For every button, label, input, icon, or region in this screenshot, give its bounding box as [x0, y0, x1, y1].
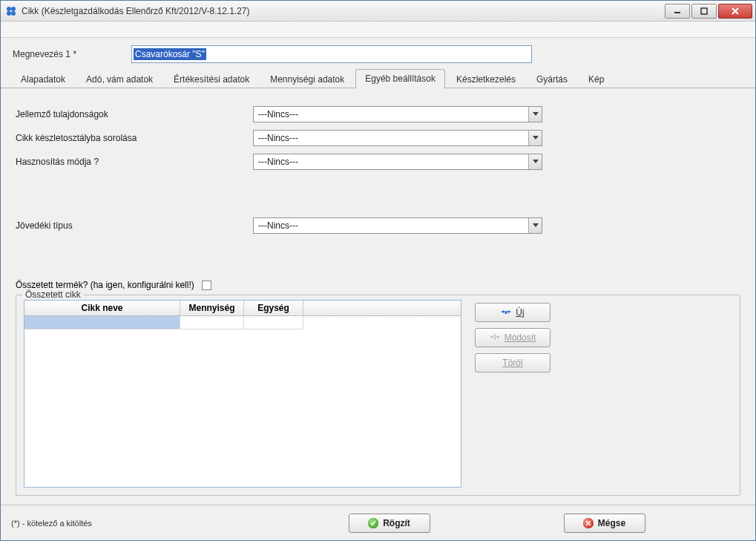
chevron-down-icon[interactable] — [528, 154, 542, 169]
svg-marker-15 — [491, 335, 493, 338]
footer: (*) - kötelező a kitöltés Rögzít Mégse — [1, 505, 755, 540]
label-jovedeki: Jövedéki típus — [16, 220, 253, 231]
name-input[interactable]: Csavarókosár "S" — [131, 45, 532, 63]
combo-keszletosztaly-value: ---Nincs--- — [254, 131, 528, 145]
tab-alapadatok[interactable]: Alapadatok — [11, 70, 75, 88]
tab-egyeb-beallitasok[interactable]: Egyéb beállítások — [355, 69, 445, 88]
close-button[interactable] — [718, 4, 752, 19]
row-hasznositas: Hasznosítás módja ? ---Nincs--- — [16, 154, 740, 170]
window-frame: Cikk (Készletgazdálkodás Ellenőrző Kft/2… — [0, 0, 756, 541]
name-row: Megnevezés 1 * Csavarókosár "S" — [1, 38, 755, 69]
grid-body — [24, 316, 461, 487]
combo-jovedeki-value: ---Nincs--- — [254, 218, 528, 233]
tab-strip: Alapadatok Adó, vám adatok Értékesítési … — [1, 69, 755, 88]
row-jovedeki: Jövedéki típus ---Nincs--- — [16, 217, 740, 234]
footnote: (*) - kötelező a kitöltés — [11, 519, 219, 528]
svg-marker-16 — [496, 335, 499, 338]
tab-kep[interactable]: Kép — [579, 70, 614, 88]
spacer — [16, 177, 740, 217]
svg-marker-11 — [533, 223, 539, 227]
ok-icon — [368, 518, 378, 528]
window-title: Cikk (Készletgazdálkodás Ellenőrző Kft/2… — [22, 6, 665, 16]
grid-osszetett[interactable]: Cikk neve Mennyiség Egység — [24, 300, 461, 488]
svg-rect-14 — [505, 311, 507, 314]
window-controls — [665, 4, 752, 19]
tab-gyartas[interactable]: Gyártás — [527, 70, 577, 88]
cancel-button[interactable]: Mégse — [564, 514, 645, 533]
maximize-button[interactable] — [691, 4, 717, 19]
label-keszletosztaly: Cikk készletosztályba sorolása — [16, 133, 253, 143]
name-label: Megnevezés 1 * — [13, 49, 116, 59]
modify-button-label: Módosít — [504, 332, 536, 343]
label-osszetett: Összetett termék? (ha igen, konfigurálni… — [16, 280, 194, 290]
footer-buttons: Rögzít Mégse — [249, 514, 745, 533]
chevron-down-icon[interactable] — [528, 131, 542, 145]
grid-wrap: Cikk neve Mennyiség Egység — [24, 300, 461, 488]
combo-jovedeki[interactable]: ---Nincs--- — [253, 217, 542, 234]
svg-point-0 — [7, 7, 11, 11]
save-button-label: Rögzít — [383, 518, 410, 528]
cell-cikk-neve[interactable] — [24, 316, 180, 329]
delete-button[interactable]: Töröl — [475, 353, 550, 373]
app-icon — [5, 5, 17, 17]
cell-egyseg[interactable] — [244, 316, 303, 329]
titlebar: Cikk (Készletgazdálkodás Ellenőrző Kft/2… — [1, 1, 755, 22]
table-row[interactable] — [24, 316, 461, 329]
label-jellemzo: Jellemző tulajdonságok — [16, 109, 253, 119]
chevron-down-icon[interactable] — [528, 107, 542, 122]
svg-rect-5 — [701, 8, 707, 14]
svg-marker-12 — [502, 310, 504, 313]
edit-icon — [490, 332, 500, 344]
minimize-button[interactable] — [665, 4, 690, 19]
new-button[interactable]: Új — [475, 303, 550, 322]
side-buttons: Új Módosít — [475, 303, 550, 488]
svg-marker-10 — [533, 160, 539, 163]
cancel-icon — [583, 518, 594, 528]
groupbox-osszetett-cikk: Összetett cikk Cikk neve Mennyiség Egysé… — [16, 295, 740, 496]
combo-jellemzo-value: ---Nincs--- — [254, 107, 528, 122]
spacer — [16, 241, 740, 272]
row-osszetett-check: Összetett termék? (ha igen, konfigurálni… — [16, 280, 740, 290]
combo-keszletosztaly[interactable]: ---Nincs--- — [253, 130, 542, 146]
label-hasznositas: Hasznosítás módja ? — [16, 157, 253, 167]
col-mennyiseg[interactable]: Mennyiség — [180, 301, 244, 315]
svg-marker-8 — [533, 112, 539, 116]
grid-header: Cikk neve Mennyiség Egység — [24, 301, 461, 316]
svg-point-1 — [11, 7, 16, 11]
tab-ertekesitesi[interactable]: Értékesítési adatok — [164, 70, 259, 88]
col-cikk-neve[interactable]: Cikk neve — [24, 301, 180, 315]
groupbox-title: Összetett cikk — [22, 289, 84, 300]
tab-ado-vam[interactable]: Adó, vám adatok — [76, 70, 162, 88]
combo-hasznositas-value: ---Nincs--- — [254, 154, 528, 169]
delete-button-label: Töröl — [502, 358, 522, 368]
content: Megnevezés 1 * Csavarókosár "S" Alapadat… — [1, 38, 755, 540]
row-jellemzo: Jellemző tulajdonságok ---Nincs--- — [16, 106, 740, 122]
new-button-label: Új — [516, 307, 524, 318]
tab-mennyisegi[interactable]: Mennyiségi adatok — [260, 70, 354, 88]
cell-mennyiseg[interactable] — [180, 316, 244, 329]
name-input-value: Csavarókosár "S" — [134, 48, 206, 60]
combo-jellemzo[interactable]: ---Nincs--- — [253, 106, 542, 122]
tab-body: Jellemző tulajdonságok ---Nincs--- Cikk … — [1, 88, 755, 505]
svg-point-2 — [7, 11, 11, 16]
combo-hasznositas[interactable]: ---Nincs--- — [253, 154, 542, 170]
cancel-button-label: Mégse — [598, 518, 625, 528]
svg-marker-13 — [508, 310, 510, 313]
tab-keszletkezeles[interactable]: Készletkezelés — [447, 70, 525, 88]
add-icon — [501, 307, 511, 318]
svg-point-3 — [11, 11, 16, 16]
modify-button[interactable]: Módosít — [475, 328, 550, 347]
svg-marker-9 — [533, 136, 539, 140]
save-button[interactable]: Rögzít — [349, 514, 430, 533]
col-egyseg[interactable]: Egység — [244, 301, 303, 315]
toolbar-faded — [1, 22, 755, 38]
checkbox-osszetett[interactable] — [202, 281, 211, 290]
row-keszletosztaly: Cikk készletosztályba sorolása ---Nincs-… — [16, 130, 740, 146]
chevron-down-icon[interactable] — [528, 218, 542, 233]
